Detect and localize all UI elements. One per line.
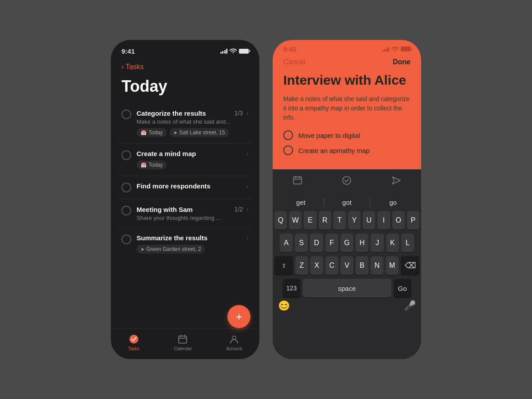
task-checkbox-5[interactable] [121, 235, 131, 244]
key-r[interactable]: R [319, 211, 331, 230]
task-count-4: 1/2 [234, 206, 243, 213]
back-button[interactable]: ‹ Tasks [121, 63, 249, 71]
subtask-checkbox-2[interactable] [283, 145, 293, 155]
subtask-checkbox-1[interactable] [283, 130, 293, 140]
calendar-nav-icon [177, 333, 188, 345]
task-checkbox-4[interactable] [121, 206, 131, 215]
right-status-bar: 9:41 [283, 40, 411, 55]
task-subtitle-1: Make a notes of what she said and... [137, 118, 249, 125]
key-k[interactable]: K [386, 234, 399, 252]
subtask-label-1: Move paper to digital [298, 132, 360, 139]
autocomplete-go[interactable]: go [370, 199, 416, 206]
task-item-respondents[interactable]: Find more respondents › [118, 176, 252, 199]
key-v[interactable]: V [340, 256, 353, 275]
detail-title: Interview with Alice [283, 72, 411, 88]
key-numbers[interactable]: 123 [283, 279, 301, 297]
task-chevron-2: › [246, 150, 249, 157]
key-w[interactable]: W [289, 211, 301, 230]
task-title-2: Create a mind map [137, 150, 196, 157]
task-title-1: Categorize the results [137, 110, 206, 117]
cancel-button[interactable]: Cancel [283, 58, 305, 66]
key-b[interactable]: B [356, 256, 368, 275]
toolbar-calendar-button[interactable] [289, 172, 305, 188]
key-q[interactable]: Q [274, 211, 287, 230]
tasks-nav-icon [128, 333, 140, 345]
microphone-button[interactable]: 🎤 [404, 300, 416, 312]
right-status-icons [382, 47, 411, 52]
task-subtitle-4: Share your thoughts regarding ... [137, 215, 249, 221]
key-i[interactable]: I [377, 211, 390, 230]
key-a[interactable]: A [280, 234, 293, 252]
back-navigation[interactable]: ‹ Tasks [111, 59, 259, 73]
task-tag-loc-5: ➤ Green Garden street, 2 [137, 245, 205, 254]
nav-calendar[interactable]: Calendar [174, 333, 192, 351]
task-checkbox-2[interactable] [121, 150, 131, 160]
key-d[interactable]: D [310, 234, 323, 252]
key-p[interactable]: P [407, 211, 419, 230]
task-checkbox-1[interactable] [121, 110, 131, 119]
key-g[interactable]: G [340, 234, 353, 252]
autocomplete-get[interactable]: get [278, 199, 324, 206]
task-chevron-5: › [246, 235, 249, 242]
signal-icon [220, 48, 228, 54]
key-u[interactable]: U [363, 211, 375, 230]
key-s[interactable]: S [295, 234, 308, 252]
page-title: Today [111, 73, 259, 103]
task-list: Categorize the results 1/3 › Make a note… [111, 103, 259, 328]
detail-toolbar [273, 169, 421, 192]
task-item-categorize[interactable]: Categorize the results 1/3 › Make a note… [118, 103, 252, 144]
keyboard-row-2: A S D F G H J K L [274, 234, 419, 252]
key-m[interactable]: M [386, 256, 399, 275]
key-delete[interactable]: ⌫ [401, 256, 419, 275]
toolbar-send-button[interactable] [388, 172, 404, 188]
key-t[interactable]: T [333, 211, 346, 230]
left-status-bar: 9:41 [111, 40, 259, 59]
key-shift[interactable]: ⇧ [274, 256, 293, 275]
key-x[interactable]: X [310, 256, 323, 275]
bottom-navigation: Tasks Calendar Account [111, 328, 259, 359]
right-status-time: 9:41 [283, 45, 297, 53]
toolbar-check-button[interactable] [339, 172, 355, 188]
task-chevron-1: › [246, 110, 249, 117]
detail-nav: Cancel Done [283, 55, 411, 72]
key-l[interactable]: L [401, 234, 414, 252]
key-z[interactable]: Z [295, 256, 308, 275]
task-item-meeting[interactable]: Meeting with Sam 1/2 › Share your though… [118, 199, 252, 228]
task-tags-1: 📅 Today ➤ Salt Lake street, 15 [137, 128, 249, 137]
svg-rect-1 [179, 336, 187, 343]
key-c[interactable]: C [325, 256, 338, 275]
key-space[interactable]: space [303, 279, 391, 297]
calendar-icon: 📅 [141, 130, 147, 136]
subtask-1[interactable]: Move paper to digital [283, 130, 411, 140]
battery-icon [239, 49, 249, 54]
svg-point-10 [343, 176, 351, 184]
task-item-summarize[interactable]: Summarize the results › ➤ Green Garden s… [118, 228, 252, 260]
key-h[interactable]: H [356, 234, 368, 252]
key-y[interactable]: Y [348, 211, 360, 230]
key-o[interactable]: O [392, 211, 405, 230]
autocomplete-got[interactable]: got [324, 199, 370, 206]
subtask-label-2: Create an apmathy map [298, 147, 370, 154]
nav-tasks[interactable]: Tasks [128, 333, 140, 351]
keyboard-row-3: ⇧ Z X C V B N M ⌫ [274, 256, 419, 275]
key-n[interactable]: N [371, 256, 383, 275]
left-status-time: 9:41 [121, 47, 135, 55]
task-tag-loc-1: ➤ Salt Lake street, 15 [169, 128, 229, 137]
detail-description: Make a notes of what she said and catego… [283, 94, 411, 122]
key-e[interactable]: E [304, 211, 316, 230]
location-icon-5: ➤ [141, 246, 145, 252]
keyboard-row-4: 123 space Go [274, 279, 419, 297]
emoji-button[interactable]: 😊 [278, 300, 290, 312]
calendar-icon-2: 📅 [141, 162, 147, 168]
task-item-mindmap[interactable]: Create a mind map › 📅 Today [118, 144, 252, 176]
add-task-button[interactable]: + [227, 305, 250, 328]
nav-account[interactable]: Account [226, 333, 242, 351]
done-button[interactable]: Done [393, 58, 411, 66]
key-j[interactable]: J [371, 234, 383, 252]
task-checkbox-3[interactable] [121, 183, 131, 192]
key-go[interactable]: Go [394, 279, 411, 297]
subtask-2[interactable]: Create an apmathy map [283, 145, 411, 155]
key-f[interactable]: F [325, 234, 338, 252]
account-nav-label: Account [226, 346, 242, 351]
task-chevron-4: › [246, 206, 249, 213]
